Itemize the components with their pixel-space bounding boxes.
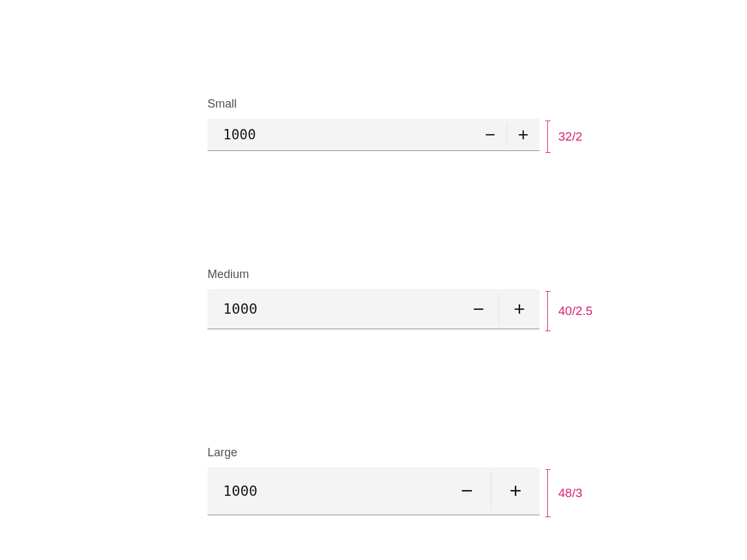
dimension-value: 40/2.5 [558, 304, 593, 318]
decrement-button[interactable]: − [443, 467, 491, 515]
number-stepper-small: 1000 − + [208, 119, 540, 151]
measure-bracket-icon [545, 469, 551, 517]
decrement-button[interactable]: − [474, 119, 506, 150]
variant-label-medium: Medium [208, 268, 540, 281]
stepper-value[interactable]: 1000 [208, 119, 474, 150]
plus-icon: + [514, 298, 525, 320]
minus-icon: − [461, 479, 473, 503]
variant-label-small: Small [208, 97, 540, 111]
variant-label-large: Large [208, 446, 540, 460]
number-stepper-medium: 1000 − + [208, 289, 540, 329]
plus-icon: + [518, 124, 528, 145]
variant-medium: Medium 1000 − + 40/2.5 [208, 268, 540, 329]
increment-button[interactable]: + [507, 119, 540, 150]
stepper-value[interactable]: 1000 [208, 289, 458, 329]
variant-small: Small 1000 − + 32/2 [208, 97, 540, 151]
decrement-button[interactable]: − [458, 289, 499, 329]
minus-icon: − [473, 298, 484, 320]
variant-large: Large 1000 − + 48/3 [208, 446, 540, 515]
minus-icon: − [485, 124, 495, 145]
number-stepper-large: 1000 − + [208, 467, 540, 515]
dimension-annotation-small: 32/2 [545, 121, 582, 153]
increment-button[interactable]: + [499, 289, 540, 329]
stepper-value[interactable]: 1000 [208, 467, 443, 515]
dimension-value: 32/2 [558, 130, 582, 144]
dimension-annotation-large: 48/3 [545, 469, 582, 517]
dimension-annotation-medium: 40/2.5 [545, 291, 593, 331]
plus-icon: + [510, 479, 522, 503]
dimension-value: 48/3 [558, 486, 582, 500]
increment-button[interactable]: + [492, 467, 540, 515]
stepper-controls: − + [443, 467, 540, 515]
measure-bracket-icon [545, 121, 551, 153]
measure-bracket-icon [545, 291, 551, 331]
stepper-controls: − + [474, 119, 540, 150]
stepper-controls: − + [458, 289, 540, 329]
